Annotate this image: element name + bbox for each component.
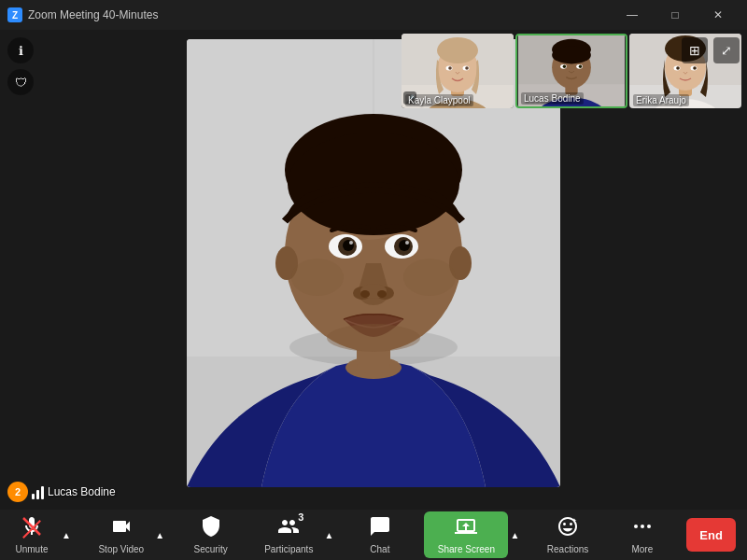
stop-video-button[interactable]: Stop Video xyxy=(89,511,153,558)
bar-1 xyxy=(32,494,35,499)
chat-label: Chat xyxy=(370,544,389,554)
svg-point-9 xyxy=(465,66,469,70)
fullscreen-icon: ⤢ xyxy=(721,43,732,58)
svg-point-64 xyxy=(641,525,644,528)
share-screen-group: Share Screen ▲ xyxy=(424,511,521,558)
svg-point-5 xyxy=(437,37,478,63)
participant-count-badge: 3 xyxy=(298,511,303,523)
camera-icon xyxy=(110,515,133,543)
share-screen-label: Share Screen xyxy=(438,544,495,554)
app-icon: Z xyxy=(7,7,22,22)
audio-level-bars xyxy=(32,484,44,499)
speaker-label: 2 Lucas Bodine xyxy=(7,482,116,502)
share-screen-chevron[interactable]: ▲ xyxy=(508,511,521,558)
minimize-button[interactable]: ― xyxy=(611,0,654,30)
svg-point-31 xyxy=(676,66,680,70)
participants-icon: 3 xyxy=(277,515,300,543)
mic-icon xyxy=(21,515,43,543)
reactions-button[interactable]: ✦ Reactions xyxy=(538,511,598,558)
unmute-group: Unmute ▲ xyxy=(4,511,73,558)
participant-thumb-kayla[interactable]: 🎤 Kayla Claypool xyxy=(402,34,514,108)
svg-point-65 xyxy=(647,525,651,528)
close-button[interactable]: ✕ xyxy=(697,0,740,30)
unmute-chevron[interactable]: ▲ xyxy=(60,511,73,558)
reactions-label: Reactions xyxy=(547,544,588,554)
shield-icon: 🛡 xyxy=(15,76,27,90)
titlebar-controls: ― □ ✕ xyxy=(611,0,740,30)
maximize-button[interactable]: □ xyxy=(654,0,697,30)
svg-point-59 xyxy=(291,259,344,296)
svg-point-21 xyxy=(563,65,566,68)
svg-point-51 xyxy=(349,241,353,245)
svg-point-8 xyxy=(448,66,452,70)
more-label: More xyxy=(631,544,653,554)
more-button[interactable]: More xyxy=(614,511,670,558)
share-screen-icon xyxy=(455,515,477,543)
strip-controls: ⊞ ⤢ xyxy=(682,37,740,63)
svg-point-58 xyxy=(327,324,420,352)
erika-name: Erika Araujo xyxy=(633,94,689,106)
stop-video-label: Stop Video xyxy=(98,544,144,554)
chat-button[interactable]: Chat xyxy=(352,511,408,558)
video-chevron[interactable]: ▲ xyxy=(153,511,166,558)
grid-view-button[interactable]: ⊞ xyxy=(682,37,708,63)
svg-point-56 xyxy=(360,290,370,298)
svg-point-52 xyxy=(405,241,409,245)
svg-point-63 xyxy=(634,525,638,528)
security-icon xyxy=(200,515,222,543)
titlebar: Z Zoom Meeting 40-Minutes ― □ ✕ xyxy=(0,0,747,30)
titlebar-title: Zoom Meeting 40-Minutes xyxy=(28,8,611,21)
share-screen-button[interactable]: Share Screen xyxy=(424,511,508,558)
fullscreen-button[interactable]: ⤢ xyxy=(713,37,740,63)
app-icon-letter: Z xyxy=(12,10,18,21)
grid-icon: ⊞ xyxy=(689,43,700,58)
end-button[interactable]: End xyxy=(686,518,736,552)
bar-3 xyxy=(41,486,44,499)
lucas-name: Lucas Bodine xyxy=(521,92,584,105)
speaker-number-badge: 2 xyxy=(7,482,28,502)
svg-point-22 xyxy=(579,65,582,68)
participant-thumb-lucas[interactable]: Lucas Bodine xyxy=(515,34,627,108)
kayla-name: Kayla Claypool xyxy=(405,94,473,106)
security-button[interactable]: Security xyxy=(183,511,239,558)
bar-2 xyxy=(36,490,39,499)
security-label: Security xyxy=(194,544,228,554)
main-content: ℹ 🛡 xyxy=(0,30,747,510)
left-icons: ℹ 🛡 xyxy=(7,37,34,95)
unmute-label: Unmute xyxy=(15,544,48,554)
svg-point-60 xyxy=(403,259,456,296)
info-icon: ℹ xyxy=(19,44,23,58)
svg-point-32 xyxy=(693,66,697,70)
end-label: End xyxy=(699,528,723,542)
toolbar: Unmute ▲ Stop Video ▲ Security xyxy=(0,510,747,560)
unmute-button[interactable]: Unmute xyxy=(4,511,60,558)
svg-text:✦: ✦ xyxy=(571,517,577,524)
participants-chevron[interactable]: ▲ xyxy=(322,511,335,558)
participants-label: Participants xyxy=(264,544,313,554)
svg-point-18 xyxy=(552,46,591,63)
speaker-name: Lucas Bodine xyxy=(48,485,116,498)
svg-point-57 xyxy=(377,290,387,298)
chat-icon xyxy=(369,515,391,543)
participants-button[interactable]: 3 Participants xyxy=(255,511,322,558)
shield-button[interactable]: 🛡 xyxy=(7,69,34,95)
info-button[interactable]: ℹ xyxy=(7,37,34,63)
participants-group: 3 Participants ▲ xyxy=(255,511,335,558)
more-icon xyxy=(631,515,654,543)
reactions-icon: ✦ xyxy=(557,515,579,543)
stop-video-group: Stop Video ▲ xyxy=(89,511,166,558)
